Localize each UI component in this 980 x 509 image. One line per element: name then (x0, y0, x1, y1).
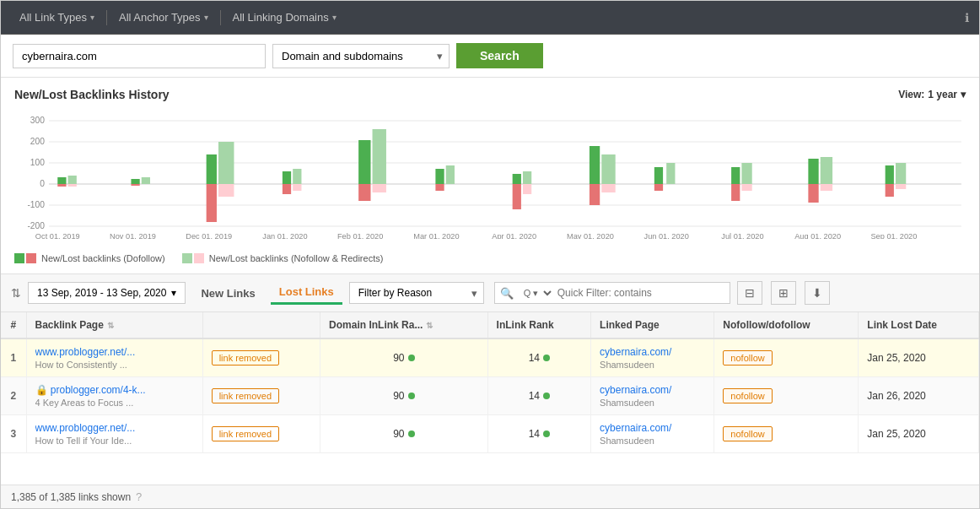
svg-rect-18 (131, 184, 139, 186)
help-icon[interactable]: ? (136, 490, 142, 503)
svg-rect-50 (821, 157, 832, 184)
svg-rect-25 (283, 184, 291, 194)
quick-filter-input[interactable] (554, 283, 730, 303)
svg-text:300: 300 (30, 116, 45, 125)
legend-red-solid (26, 253, 36, 263)
grid-icon-button[interactable]: ⊞ (771, 281, 796, 305)
linked-page-link[interactable]: cybernaira.com/ (600, 422, 671, 434)
domain-input[interactable] (13, 44, 266, 68)
backlink-page-cell: www.problogger.net/... How to Tell if Yo… (26, 415, 202, 453)
filter-reason-select[interactable]: Filter by Reason (349, 282, 484, 304)
svg-rect-33 (435, 184, 444, 191)
separator-2 (220, 10, 221, 25)
backlink-link[interactable]: 🔒 problogger.com/4-k... (35, 384, 194, 396)
anchor-types-filter[interactable]: All Anchor Types ▾ (110, 8, 217, 27)
quick-filter-dropdown[interactable]: Q ▾ (519, 284, 554, 302)
col-backlink-page[interactable]: Backlink Page ⇅ (26, 312, 202, 338)
table-container: # Backlink Page ⇅ Domain InLink Ra... ⇅ … (1, 312, 979, 485)
svg-rect-28 (373, 129, 386, 184)
search-button[interactable]: Search (456, 43, 543, 68)
tab-new-links[interactable]: New Links (192, 283, 263, 304)
linked-page-link[interactable]: cybernaira.com/ (600, 384, 671, 396)
backlink-link[interactable]: www.problogger.net/... (35, 346, 194, 358)
legend-nofollow-label: New/Lost backlinks (Nofollow & Redirects… (209, 253, 384, 263)
svg-text:Jun 01, 2020: Jun 01, 2020 (644, 232, 689, 239)
links-shown-label: 1,385 of 1,385 links shown (11, 491, 131, 503)
linking-domains-label: All Linking Domains (233, 11, 329, 24)
inlink-dot-indicator (543, 355, 550, 361)
domain-rank-value: 90 (393, 390, 414, 402)
svg-rect-15 (68, 184, 77, 187)
svg-text:200: 200 (30, 137, 45, 146)
col-nofollow: Nofollow/dofollow (714, 312, 859, 338)
backlink-link[interactable]: www.problogger.net/... (35, 422, 194, 434)
col-reason (202, 312, 320, 338)
nofollow-badge: nofollow (723, 388, 772, 403)
row-num: 2 (1, 377, 26, 415)
legend-green-light (182, 253, 192, 263)
linked-page-sub: Shamsudeen (600, 360, 705, 370)
svg-rect-16 (131, 179, 139, 184)
col-inlink-rank[interactable]: InLink Rank (487, 312, 590, 338)
svg-rect-34 (513, 174, 521, 184)
svg-rect-38 (590, 146, 600, 184)
inlink-rank-value: 14 (529, 390, 550, 402)
separator-1 (106, 10, 107, 25)
svg-text:Nov 01, 2019: Nov 01, 2019 (110, 232, 156, 239)
download-icon-button[interactable]: ⬇ (805, 281, 830, 305)
svg-rect-13 (68, 176, 77, 184)
nofollow-cell: nofollow (714, 415, 859, 453)
chart-view-value: 1 year (928, 89, 957, 100)
linked-page-link[interactable]: cybernaira.com/ (600, 346, 671, 358)
table-footer: 1,385 of 1,385 links shown ? (1, 485, 979, 508)
inlink-rank-cell: 14 (487, 377, 590, 415)
chart-section: New/Lost Backlinks History View: 1 year … (1, 78, 979, 274)
lost-date-cell: Jan 25, 2020 (859, 338, 979, 377)
rank-dot-indicator (408, 355, 415, 361)
svg-text:-200: -200 (27, 221, 45, 230)
link-types-label: All Link Types (19, 11, 87, 24)
search-icon: 🔍 (495, 287, 519, 300)
scope-wrapper: Domain and subdomains Exact URL Domain o… (272, 44, 450, 68)
svg-rect-55 (886, 184, 894, 197)
scope-select[interactable]: Domain and subdomains Exact URL Domain o… (272, 44, 450, 68)
legend-dofollow-label: New/Lost backlinks (Dofollow) (41, 253, 165, 263)
legend-red-light (194, 253, 204, 263)
search-bar: Domain and subdomains Exact URL Domain o… (1, 35, 979, 78)
inlink-rank-value: 14 (529, 428, 550, 440)
linking-domains-arrow: ▾ (332, 13, 337, 22)
link-types-filter[interactable]: All Link Types ▾ (11, 8, 103, 27)
svg-rect-47 (731, 184, 740, 201)
svg-rect-37 (523, 184, 531, 194)
chart-title: New/Lost Backlinks History (14, 88, 170, 101)
chart-svg: 300 200 100 0 -100 -200 (14, 108, 966, 239)
reason-cell: link removed (202, 338, 320, 377)
svg-text:May 01, 2020: May 01, 2020 (567, 232, 614, 239)
linking-domains-filter[interactable]: All Linking Domains ▾ (224, 8, 345, 27)
top-toolbar: All Link Types ▾ All Anchor Types ▾ All … (1, 1, 979, 35)
nofollow-cell: nofollow (714, 338, 859, 377)
sort-icon[interactable]: ⇅ (11, 286, 21, 300)
linked-page-cell: cybernaira.com/ Shamsudeen (591, 377, 714, 415)
reason-cell: link removed (202, 377, 320, 415)
row-num: 1 (1, 338, 26, 377)
inlink-dot-indicator (543, 393, 550, 399)
info-icon[interactable]: ℹ (965, 11, 969, 24)
svg-rect-36 (513, 184, 521, 209)
domain-rank-value: 90 (393, 352, 414, 364)
svg-rect-35 (523, 171, 531, 184)
filter-icon-button[interactable]: ⊟ (737, 281, 762, 305)
svg-rect-48 (741, 184, 751, 191)
row-num: 3 (1, 415, 26, 453)
linked-page-sub: Shamsudeen (600, 436, 705, 446)
rank-dot-indicator (408, 393, 415, 399)
date-range-button[interactable]: 13 Sep, 2019 - 13 Sep, 2020 ▾ (28, 282, 186, 304)
domain-rank-cell: 90 (320, 377, 488, 415)
anchor-types-label: All Anchor Types (119, 11, 201, 24)
svg-text:Jan 01, 2020: Jan 01, 2020 (262, 232, 307, 239)
col-domain-rank[interactable]: Domain InLink Ra... ⇅ (320, 312, 488, 338)
legend-dofollow: New/Lost backlinks (Dofollow) (14, 253, 165, 263)
tab-lost-links[interactable]: Lost Links (271, 281, 342, 305)
backlink-sub: How to Tell if Your Ide... (35, 436, 194, 446)
svg-text:Dec 01, 2019: Dec 01, 2019 (186, 232, 232, 239)
